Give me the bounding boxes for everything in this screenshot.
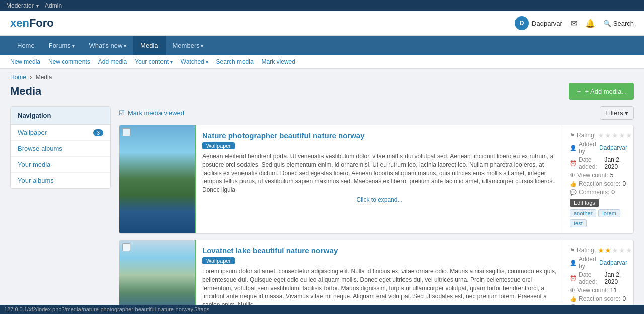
breadcrumb-home[interactable]: Home: [10, 74, 26, 81]
moderator-link[interactable]: Moderator ▾: [6, 2, 39, 9]
media-description-1: Aenean eleifend hendrerit porta. Ut vene…: [202, 152, 557, 194]
main-nav: Home Forums What's new Media Members: [0, 36, 644, 55]
meta-reaction-row-1: 👍 Reaction score: 0: [570, 180, 627, 187]
stars-2: ★ ★ ★ ★ ★: [598, 246, 632, 254]
envelope-icon[interactable]: ✉: [571, 19, 577, 28]
plus-icon: ＋: [576, 87, 582, 96]
tag-lorem[interactable]: lorem: [598, 209, 620, 217]
rating-label-1: Rating:: [577, 132, 596, 139]
media-meta-1: ⚑ Rating: ★ ★ ★ ★ ★ 👤 Added by: Dadparva…: [563, 125, 633, 233]
tag-test-1[interactable]: test: [570, 219, 587, 227]
username: Dadparvar: [532, 20, 562, 27]
search-button[interactable]: 🔍 Search: [603, 20, 634, 27]
user-icon-1: 👤: [570, 145, 577, 151]
subnav-new-media[interactable]: New media: [10, 58, 40, 65]
nav-home[interactable]: Home: [10, 36, 42, 55]
header-right: D Dadparvar ✉ 🔔 🔍 Search: [515, 16, 634, 30]
sidebar-item-wallpaper[interactable]: Wallpaper 3: [11, 125, 110, 141]
reaction-icon-1: 👍: [570, 181, 577, 187]
media-thumb-1: [119, 125, 195, 233]
sidebar-title: Navigation: [11, 107, 110, 125]
media-title-1[interactable]: Nature photographer beautiful nature nor…: [202, 131, 557, 140]
meta-views-1: 5: [610, 172, 614, 179]
status-bar: 127.0.0.1/xf2/index.php?/media/nature-ph…: [0, 305, 644, 314]
main-area: ☑ Mark media viewed Filters ▾ Nature pho…: [119, 106, 634, 314]
media-expand-1[interactable]: Click to expand...: [202, 194, 557, 203]
clock-icon-2: ⏰: [570, 275, 577, 282]
bell-icon[interactable]: 🔔: [585, 19, 595, 28]
subnav-mark-viewed[interactable]: Mark viewed: [262, 58, 295, 65]
admin-link[interactable]: Admin: [45, 2, 62, 9]
nav-media[interactable]: Media: [133, 36, 165, 55]
clock-icon-1: ⏰: [570, 160, 577, 167]
tags-row-1: Edit tags another lorem test: [570, 199, 627, 227]
nav-whats-new[interactable]: What's new: [82, 36, 134, 55]
rating-icon-1: ⚑: [570, 132, 575, 139]
media-body-2: Lovatnet lake beautiful nature norway Wa…: [195, 240, 563, 314]
tag-another[interactable]: another: [570, 209, 596, 217]
sidebar-item-your-albums[interactable]: Your albums: [11, 173, 110, 188]
top-bar: ☑ Mark media viewed Filters ▾: [119, 106, 634, 120]
meta-addedby-1[interactable]: Dadparvar: [599, 144, 627, 151]
comment-icon-1: 💬: [570, 189, 577, 196]
meta-date-row-2: ⏰ Date added: Jan 2, 2020: [570, 271, 627, 285]
sub-nav: New media New comments Add media Your co…: [0, 55, 644, 69]
media-description-2: Lorem ipsum dolor sit amet, consectetur …: [202, 267, 557, 309]
media-checkbox-1[interactable]: [122, 128, 130, 136]
search-label: Search: [613, 20, 634, 27]
meta-reaction-2: 0: [622, 295, 626, 302]
media-thumb-2: [119, 240, 195, 314]
add-media-label: + Add media...: [585, 88, 627, 95]
media-body-1: Nature photographer beautiful nature nor…: [195, 125, 563, 233]
meta-reaction-row-2: 👍 Reaction score: 0: [570, 295, 627, 302]
user-info[interactable]: D Dadparvar: [515, 16, 562, 30]
meta-addedby-2[interactable]: Dadparvar: [599, 259, 627, 266]
media-item: Nature photographer beautiful nature nor…: [119, 125, 634, 234]
logo[interactable]: xenForo: [10, 17, 54, 30]
admin-label: Admin: [45, 2, 62, 9]
admin-bar: Moderator ▾ Admin: [0, 0, 644, 11]
subnav-add-media[interactable]: Add media: [98, 58, 127, 65]
meta-views-row-2: 👁 View count: 11: [570, 287, 627, 294]
sidebar-wallpaper-badge: 3: [93, 129, 103, 136]
media-category-2: Wallpaper: [202, 257, 235, 264]
meta-date-row-1: ⏰ Date added: Jan 2, 2020: [570, 156, 627, 170]
mark-viewed-button[interactable]: ☑ Mark media viewed: [119, 109, 184, 117]
meta-addedby-row-1: 👤 Added by: Dadparvar: [570, 141, 627, 155]
nav-forums[interactable]: Forums: [42, 36, 82, 55]
media-checkbox-2[interactable]: [122, 243, 130, 251]
meta-rating-row-1: ⚑ Rating: ★ ★ ★ ★ ★: [570, 131, 627, 139]
eye-icon-1: 👁: [570, 172, 575, 178]
logo-foro: Foro: [29, 17, 54, 29]
media-category-1: Wallpaper: [202, 142, 235, 149]
avatar: D: [515, 16, 529, 30]
meta-comments-1: 0: [611, 189, 615, 196]
edit-tags-button-1[interactable]: Edit tags: [570, 199, 599, 207]
media-item-2: Lovatnet lake beautiful nature norway Wa…: [119, 240, 634, 314]
meta-reaction-1: 0: [622, 180, 626, 187]
reaction-icon-2: 👍: [570, 296, 577, 302]
filters-button[interactable]: Filters ▾: [600, 106, 634, 120]
nav-members[interactable]: Members: [166, 36, 211, 55]
breadcrumb-sep: ›: [30, 74, 32, 81]
user-icon-2: 👤: [570, 260, 577, 266]
status-url: 127.0.0.1/xf2/index.php?/media/nature-ph…: [4, 306, 209, 312]
meta-views-2: 11: [610, 287, 617, 294]
search-icon: 🔍: [603, 20, 611, 27]
sidebar: Navigation Wallpaper 3 Browse albums You…: [10, 106, 111, 314]
sidebar-item-browse-albums[interactable]: Browse albums: [11, 141, 110, 157]
subnav-new-comments[interactable]: New comments: [48, 58, 90, 65]
add-media-button[interactable]: ＋ + Add media...: [569, 83, 634, 100]
content-layout: Navigation Wallpaper 3 Browse albums You…: [0, 106, 644, 314]
check-icon: ☑: [119, 109, 125, 117]
subnav-watched[interactable]: Watched: [181, 58, 208, 65]
breadcrumb: Home › Media: [0, 69, 644, 83]
meta-rating-row-2: ⚑ Rating: ★ ★ ★ ★ ★: [570, 246, 627, 254]
meta-date-2: Jan 2, 2020: [604, 271, 627, 285]
moderator-label: Moderator: [6, 2, 34, 9]
meta-addedby-row-2: 👤 Added by: Dadparvar: [570, 256, 627, 270]
media-title-2[interactable]: Lovatnet lake beautiful nature norway: [202, 246, 557, 255]
subnav-your-content[interactable]: Your content: [135, 58, 173, 65]
sidebar-item-your-media[interactable]: Your media: [11, 157, 110, 173]
subnav-search-media[interactable]: Search media: [216, 58, 254, 65]
